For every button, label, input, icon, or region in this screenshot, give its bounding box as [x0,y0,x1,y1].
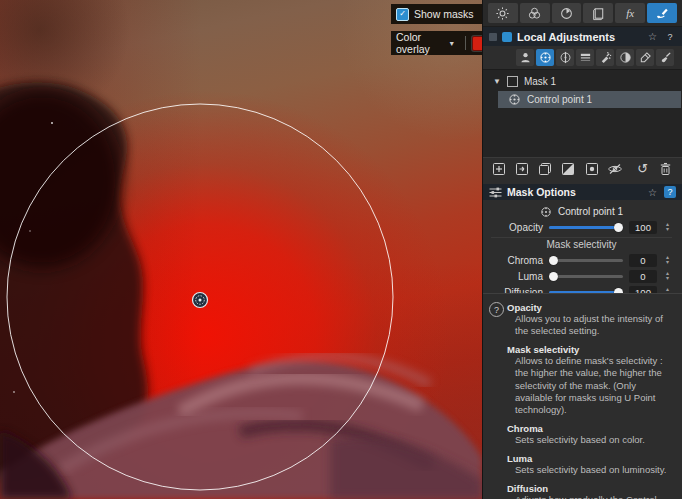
control-point-widget[interactable] [193,293,208,308]
diffusion-slider-row: Diffusion 100 ▴▾ [491,284,672,293]
chroma-stepper[interactable]: ▴▾ [663,255,672,265]
mask-options-header: Mask Options ☆ ? [483,184,682,200]
show-masks-label: Show masks [414,8,474,20]
new-sub-mask-button[interactable] [513,160,531,177]
help-entry: Diffusion Adjusts how gradually the Cont… [507,483,674,499]
mask-group-row[interactable]: ▼ Mask 1 [483,73,682,90]
eraser-tool-button[interactable] [636,49,654,66]
tab-effects[interactable]: fx [615,3,645,23]
slider-knob[interactable] [614,288,623,294]
duplicate-mask-button[interactable] [536,160,554,177]
invert-mask-button[interactable] [559,160,577,177]
diffusion-slider[interactable] [549,291,623,294]
palette-tabs-toolbar: fx [483,0,682,27]
luminosity-mask-icon [619,51,632,64]
overlay-color-swatch[interactable] [472,36,482,51]
slider-knob[interactable] [614,223,623,232]
brush-tool-button[interactable] [656,49,674,66]
mask-item-label: Control point 1 [527,94,592,105]
dropdown-caret-icon[interactable]: ▼ [448,40,455,47]
mask-selectivity-section-label: Mask selectivity [491,237,672,252]
luma-slider[interactable] [549,275,623,278]
delete-mask-button[interactable] [657,160,675,177]
luma-stepper[interactable]: ▴▾ [663,271,672,281]
opacity-slider[interactable] [549,226,623,229]
help-entry: Luma Sets selectivity based on luminosit… [507,453,674,476]
palette-grip-icon [489,33,497,41]
brush-icon [659,51,672,64]
geometry-icon [591,6,606,21]
help-entry-title: Opacity [507,302,674,313]
palette-help-button[interactable]: ? [664,31,676,43]
show-masks-checkbox[interactable]: ✓ [396,8,409,21]
control-line-tool-button[interactable] [556,49,574,66]
control-point-icon [540,206,552,218]
selected-mask-name: Control point 1 [558,206,623,217]
show-masks-panel: ✓ Show masks [391,4,482,24]
help-entry: Opacity Allows you to adjust the intensi… [507,302,674,337]
add-mask-button[interactable] [490,160,508,177]
opacity-stepper[interactable]: ▴▾ [663,222,672,232]
color-overlay-label[interactable]: Color overlay [396,31,442,55]
auto-mask-tool-button[interactable] [596,49,614,66]
help-entry-body: Sets selectivity based on color. [507,434,674,446]
chroma-slider[interactable] [549,259,623,262]
help-entry-body: Adjusts how gradually the Control Point'… [507,494,674,499]
reset-icon: ↺ [637,162,648,175]
reset-button[interactable]: ↺ [634,160,652,177]
help-entry: Mask selectivity Allows to define mask's… [507,344,674,416]
tab-detail[interactable] [552,3,582,23]
dust-speck [51,122,53,124]
hide-masks-button[interactable] [606,160,624,177]
fill-mask-button[interactable] [583,160,601,177]
palette-enabled-checkbox[interactable] [502,32,512,42]
diffusion-value[interactable]: 100 [629,286,657,294]
slider-knob[interactable] [549,256,558,265]
mask-options-body: Control point 1 Opacity 100 ▴▾ Mask sele… [483,200,682,293]
graduated-filter-tool-button[interactable] [576,49,594,66]
help-content: Opacity Allows you to adjust the intensi… [507,302,674,499]
selected-mask-indicator: Control point 1 [491,204,672,219]
control-point-tool-button[interactable] [536,49,554,66]
fill-mask-icon [585,162,599,176]
help-entry-title: Chroma [507,423,674,434]
luma-value[interactable]: 0 [629,270,657,283]
contextual-help-panel: ? Opacity Allows you to adjust the inten… [483,293,682,499]
mask-options-help-button[interactable]: ? [664,186,676,198]
opacity-label: Opacity [491,222,543,233]
help-entry: Chroma Sets selectivity based on color. [507,423,674,446]
help-entry-body: Allows to define mask's selectivity : th… [507,355,674,416]
app-window: ✓ Show masks Color overlay ▼ [0,0,682,499]
luma-slider-row: Luma 0 ▴▾ [491,268,672,284]
delete-icon [659,162,672,176]
opacity-slider-row: Opacity 100 ▴▾ [491,219,672,235]
image-canvas[interactable]: ✓ Show masks Color overlay ▼ [0,0,482,499]
tab-local-adjustments[interactable] [647,3,677,23]
duplicate-mask-icon [538,162,552,176]
palette-title: Local Adjustments [517,31,641,43]
expander-icon[interactable]: ▼ [493,77,501,86]
opacity-value[interactable]: 100 [629,221,657,234]
mask-item-row-selected[interactable]: Control point 1 [498,91,681,108]
tab-geometry[interactable] [583,3,613,23]
control-point-icon [508,93,521,106]
local-adjustments-header: Local Adjustments ☆ ? [483,27,682,46]
control-line-icon [559,51,572,64]
face-mask-tool-button[interactable] [516,49,534,66]
favorite-star-icon[interactable]: ☆ [646,187,659,198]
slider-knob[interactable] [549,272,558,281]
mask-visibility-checkbox[interactable] [507,76,518,87]
mask-tools-row [483,46,682,69]
tab-color[interactable] [520,3,550,23]
graduated-filter-icon [579,51,592,64]
luminosity-mask-tool-button[interactable] [616,49,634,66]
sliders-icon [489,187,502,198]
favorite-star-icon[interactable]: ☆ [646,31,659,42]
light-icon [495,6,510,21]
face-mask-icon [519,51,532,64]
mask-group-label: Mask 1 [524,76,556,87]
help-entry-title: Luma [507,453,674,464]
chroma-value[interactable]: 0 [629,254,657,267]
mask-list: ▼ Mask 1 Control point 1 [483,69,682,157]
tab-light[interactable] [488,3,518,23]
